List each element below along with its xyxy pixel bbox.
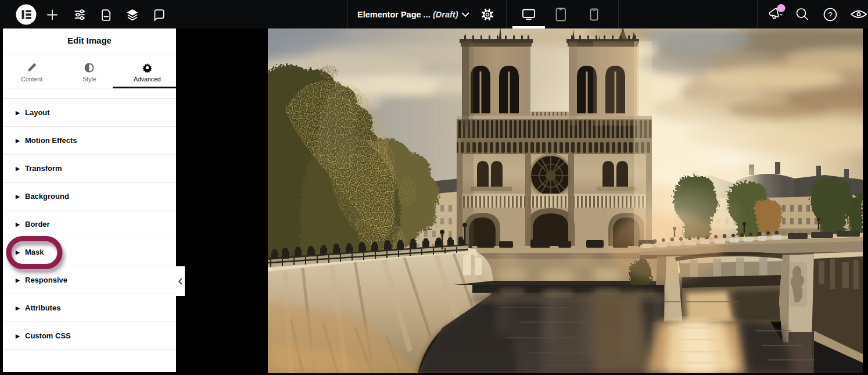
svg-text:Elementor Page ...: Elementor Page ... [357,10,431,19]
svg-text:(Draft): (Draft) [433,10,458,19]
svg-text:?: ? [828,10,833,19]
